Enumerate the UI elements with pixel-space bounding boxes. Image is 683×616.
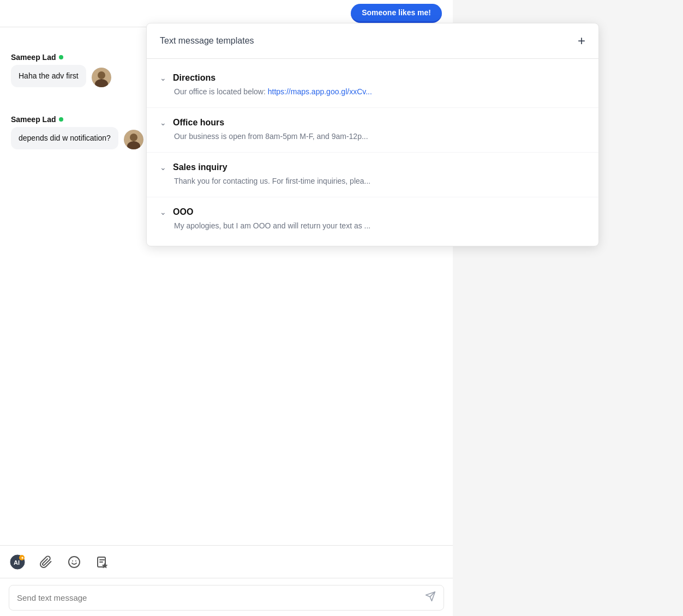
chevron-icon-office-hours: ⌄ bbox=[160, 118, 166, 127]
template-name-directions: Directions bbox=[173, 73, 215, 83]
template-preview-office-hours: Our business is open from 8am-5pm M-F, a… bbox=[174, 131, 585, 142]
avatar-1 bbox=[92, 68, 111, 87]
template-item-sales[interactable]: ⌄ Sales inquiry Thank you for contacting… bbox=[147, 153, 598, 197]
svg-point-11 bbox=[72, 560, 73, 561]
add-template-button[interactable]: + bbox=[578, 34, 585, 47]
online-indicator-2 bbox=[59, 117, 63, 122]
avatar-2 bbox=[124, 130, 143, 149]
template-name-ooo: OOO bbox=[173, 207, 193, 217]
message-input[interactable] bbox=[17, 593, 425, 602]
template-preview-ooo: My apologies, but I am OOO and will retu… bbox=[174, 220, 585, 232]
ai-icon[interactable]: AI ✦ bbox=[9, 553, 26, 571]
template-item-header-ooo: ⌄ OOO bbox=[160, 207, 585, 217]
chevron-icon-directions: ⌄ bbox=[160, 74, 166, 82]
template-star-icon[interactable] bbox=[94, 553, 111, 571]
message-bubble-2: depends did w notification? bbox=[11, 127, 118, 149]
svg-point-4 bbox=[130, 134, 137, 141]
sender-label-2: Sameep Lad bbox=[11, 115, 56, 124]
chat-toolbar: AI ✦ bbox=[0, 545, 453, 578]
template-item-directions[interactable]: ⌄ Directions Our office is located below… bbox=[147, 63, 598, 108]
attachment-icon[interactable] bbox=[37, 553, 55, 571]
message-input-wrapper bbox=[9, 585, 444, 611]
send-button[interactable] bbox=[425, 591, 436, 605]
template-item-office-hours[interactable]: ⌄ Office hours Our business is open from… bbox=[147, 108, 598, 153]
svg-text:✦: ✦ bbox=[21, 556, 24, 560]
online-indicator-1 bbox=[59, 55, 63, 59]
template-item-header-directions: ⌄ Directions bbox=[160, 73, 585, 83]
template-preview-sales: Thank you for contacting us. For first-t… bbox=[174, 176, 585, 187]
chevron-icon-sales: ⌄ bbox=[160, 163, 166, 172]
template-name-office-hours: Office hours bbox=[173, 118, 224, 128]
chevron-icon-ooo: ⌄ bbox=[160, 208, 166, 216]
template-item-header-sales: ⌄ Sales inquiry bbox=[160, 162, 585, 172]
template-name-sales: Sales inquiry bbox=[173, 162, 227, 172]
someone-likes-button[interactable]: Someone likes me! bbox=[351, 4, 442, 23]
svg-point-12 bbox=[75, 560, 76, 561]
template-list: ⌄ Directions Our office is located below… bbox=[147, 59, 598, 246]
svg-point-10 bbox=[69, 557, 80, 567]
panel-title: Text message templates bbox=[160, 36, 254, 46]
sender-label-1: Sameep Lad bbox=[11, 53, 56, 62]
svg-text:AI: AI bbox=[14, 559, 20, 566]
template-preview-directions: Our office is located below: https://map… bbox=[174, 86, 585, 98]
message-bubble-1: Haha the adv first bbox=[11, 65, 86, 87]
emoji-icon[interactable] bbox=[65, 553, 83, 571]
panel-header: Text message templates + bbox=[147, 23, 598, 59]
template-item-header-office-hours: ⌄ Office hours bbox=[160, 118, 585, 128]
templates-panel: Text message templates + ⌄ Directions Ou… bbox=[146, 23, 599, 246]
template-preview-text-directions: Our office is located below: bbox=[174, 87, 268, 96]
svg-point-1 bbox=[98, 71, 105, 79]
message-input-bar bbox=[0, 578, 453, 616]
template-link-directions[interactable]: https://maps.app.goo.gl/xxCv... bbox=[268, 87, 372, 96]
template-item-ooo[interactable]: ⌄ OOO My apologies, but I am OOO and wil… bbox=[147, 197, 598, 241]
